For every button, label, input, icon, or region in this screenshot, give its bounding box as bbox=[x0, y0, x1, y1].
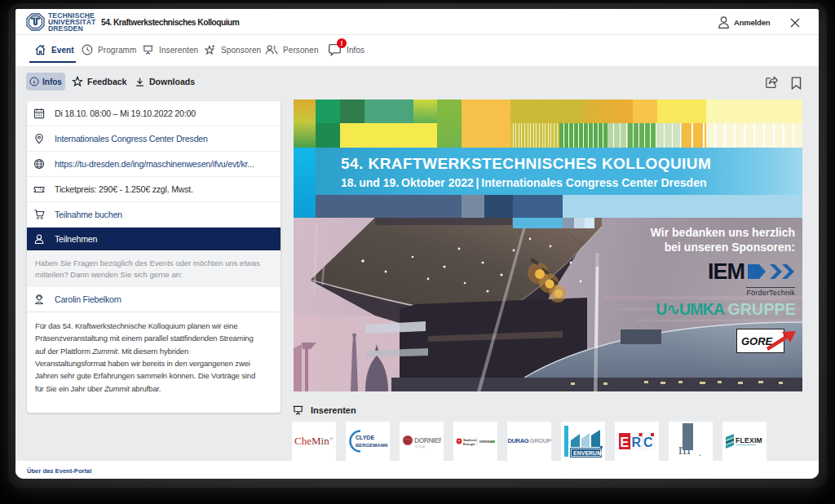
svg-text:C: C bbox=[643, 435, 653, 449]
svg-text:DORNIER: DORNIER bbox=[414, 436, 441, 444]
svg-text:E: E bbox=[621, 435, 630, 449]
svg-text:CLYDE: CLYDE bbox=[356, 435, 374, 440]
svg-text:Group: Group bbox=[415, 444, 426, 449]
svg-text:R: R bbox=[632, 435, 642, 449]
svg-text:FLEXIM: FLEXIM bbox=[736, 436, 762, 444]
svg-text:ENVERUM: ENVERUM bbox=[573, 450, 602, 456]
svg-text:BERGEMANN: BERGEMANN bbox=[356, 442, 387, 447]
svg-text:Energie: Energie bbox=[463, 441, 475, 445]
